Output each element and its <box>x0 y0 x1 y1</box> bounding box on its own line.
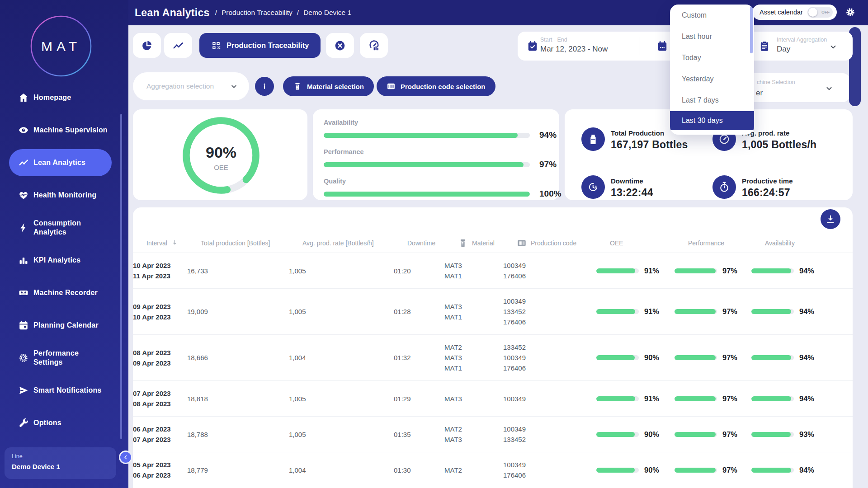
performance-cell-value: 97% <box>722 430 737 439</box>
breadcrumb-demo-device-1[interactable]: Demo Device 1 <box>303 9 351 17</box>
avg-prod-rate-cell: 1,005 <box>289 429 394 440</box>
progress-fill <box>675 468 716 473</box>
trend-icon <box>172 40 184 52</box>
oee-cell: 91% <box>590 394 675 403</box>
table-row[interactable]: 09 Apr 202310 Apr 202319,0091,00501:28MA… <box>133 288 853 334</box>
sidebar-item-machine-recorder[interactable]: Machine Recorder <box>0 277 128 309</box>
table-row[interactable]: 07 Apr 202308 Apr 202318,8181,00501:29MA… <box>133 380 853 416</box>
progress-fill <box>596 355 635 360</box>
production-code-value: 100349 <box>503 394 590 404</box>
sidebar-item-lean-analytics[interactable]: Lean Analytics <box>9 149 112 176</box>
downtime-cell: 01:30 <box>394 465 444 475</box>
interval-cell: 06 Apr 202307 Apr 2023 <box>133 424 187 445</box>
availability-cell: 93% <box>751 430 853 439</box>
x-circle-button[interactable] <box>326 33 354 58</box>
page-title: Lean Analytics <box>135 7 210 19</box>
material-selection-button[interactable]: Material selection <box>283 76 374 96</box>
production-code-value: 100349 <box>503 260 590 271</box>
interval-date: 07 Apr 2023 <box>133 434 187 445</box>
apq-bars-card: Availability94%Performance97%Quality100% <box>313 109 559 200</box>
column-header-material[interactable]: Material <box>458 238 517 248</box>
column-header-availability[interactable]: Availability <box>765 239 853 247</box>
kpi-bar-quality: Quality100% <box>324 178 548 199</box>
sidebar-collapse-button[interactable] <box>119 450 132 464</box>
production-code-value: 133452 <box>503 306 590 317</box>
calendar-dots-icon[interactable] <box>656 40 668 52</box>
trend-button[interactable] <box>164 33 192 58</box>
wrench-icon <box>18 418 29 428</box>
sidebar-item-machine-supervision[interactable]: Machine Supervision <box>0 114 128 146</box>
time-option-last-7-days[interactable]: Last 7 days <box>670 89 754 111</box>
sidebar-item-planning-calendar[interactable]: Planning Calendar <box>0 309 128 342</box>
progress-bar <box>596 468 639 473</box>
sidebar-item-health-monitoring[interactable]: Health Monitoring <box>0 179 128 211</box>
column-header-production-code[interactable]: Production code <box>517 238 604 248</box>
column-header-avg-prod-rate-bottles-h[interactable]: Avg. prod. rate [Bottles/h] <box>302 239 407 247</box>
asset-calendar-toggle[interactable]: OFF <box>807 7 833 18</box>
table-row[interactable]: 08 Apr 202309 Apr 202318,6661,00401:32MA… <box>133 334 853 380</box>
date-range-field[interactable]: Start - End Mar 12, 2023 - Now <box>540 37 608 54</box>
production-traceability-button[interactable]: Production Traceability <box>199 33 321 58</box>
progress-fill <box>751 268 791 273</box>
gauge-bars-button[interactable] <box>360 33 388 58</box>
material-icon <box>293 82 302 91</box>
chevron-left-icon <box>123 454 129 460</box>
table-row[interactable]: 10 Apr 202311 Apr 202316,7331,00501:20MA… <box>133 253 853 288</box>
production-code-value: 100349 <box>503 352 590 363</box>
time-option-last-hour[interactable]: Last hour <box>670 26 754 47</box>
stat-text: Productive time166:24:57 <box>742 175 793 199</box>
sidebar-item-label: Planning Calendar <box>33 321 99 330</box>
sidebar-item-performance-settings[interactable]: Performance Settings <box>0 342 128 374</box>
dropdown-scrollbar[interactable] <box>750 6 753 53</box>
interval-cell: 10 Apr 202311 Apr 2023 <box>133 260 187 281</box>
chevron-down-icon[interactable] <box>829 42 838 52</box>
stat-text: Downtime13:22:44 <box>611 175 653 199</box>
sidebar-item-smart-notifications[interactable]: Smart Notifications <box>0 374 128 407</box>
asset-calendar-pill: Asset calendar OFF <box>752 5 837 20</box>
time-option-last-30-days[interactable]: Last 30 days <box>670 111 754 130</box>
bolt-icon <box>18 222 29 233</box>
column-header-interval[interactable]: Interval <box>146 239 201 247</box>
sidebar-item-consumption-analytics[interactable]: Consumption Analytics <box>0 211 128 244</box>
production-code-selection-button[interactable]: Production code selection <box>377 76 495 96</box>
time-option-yesterday[interactable]: Yesterday <box>670 68 754 89</box>
time-option-today[interactable]: Today <box>670 47 754 68</box>
sidebar-item-options[interactable]: Options <box>0 407 128 439</box>
kpi-bar-value: 100% <box>539 189 563 199</box>
material-value: MAT3 <box>444 352 503 363</box>
download-button[interactable] <box>821 209 840 229</box>
column-header-performance[interactable]: Performance <box>688 239 765 247</box>
sidebar-item-label: Consumption Analytics <box>33 219 108 237</box>
kpi-bar-label: Performance <box>324 148 548 155</box>
table-row[interactable]: 06 Apr 202307 Apr 202318,7881,00501:35MA… <box>133 416 853 452</box>
aggregation-selection-dropdown[interactable]: Aggregation selection <box>133 72 249 100</box>
interval-aggregation-field[interactable]: Interval Aggregation Day <box>777 37 827 54</box>
avg-prod-rate-cell: 1,004 <box>289 465 394 475</box>
column-header-label: Availability <box>765 239 795 247</box>
time-option-custom[interactable]: Custom <box>670 5 754 26</box>
breadcrumb-production-traceability[interactable]: Production Traceability <box>222 9 292 17</box>
production-code-value: 100349 <box>503 460 590 470</box>
info-button[interactable] <box>255 77 274 96</box>
sidebar-item-kpi-analytics[interactable]: KPI Analytics <box>0 244 128 277</box>
settings-gear-button[interactable] <box>845 7 857 19</box>
barcode-icon <box>387 82 396 91</box>
speedometer-icon <box>718 133 730 145</box>
column-header-total-production-bottles[interactable]: Total production [Bottles] <box>201 239 302 247</box>
total-production-cell: 18,779 <box>187 465 289 475</box>
sidebar-item-label: Options <box>33 418 61 427</box>
oee-cell-value: 91% <box>644 307 659 316</box>
material-value: MAT1 <box>444 271 503 281</box>
pie-chart-button[interactable] <box>133 33 161 58</box>
material-selection-label: Material selection <box>307 83 364 90</box>
interval-cell: 05 Apr 202306 Apr 2023 <box>133 460 187 480</box>
column-header-oee[interactable]: OEE <box>604 239 688 247</box>
table-row[interactable]: 05 Apr 202306 Apr 202318,7791,00401:30MA… <box>133 452 853 488</box>
sidebar-item-homepage[interactable]: Homepage <box>0 81 128 114</box>
oee-cell: 90% <box>590 430 675 439</box>
sidebar-scrollbar[interactable] <box>120 114 122 439</box>
date-range-label: Start - End <box>540 37 608 43</box>
stat-value: 1,005 Bottles/h <box>742 139 816 151</box>
column-header-downtime[interactable]: Downtime <box>407 239 458 247</box>
pie-chart-icon <box>141 40 153 52</box>
